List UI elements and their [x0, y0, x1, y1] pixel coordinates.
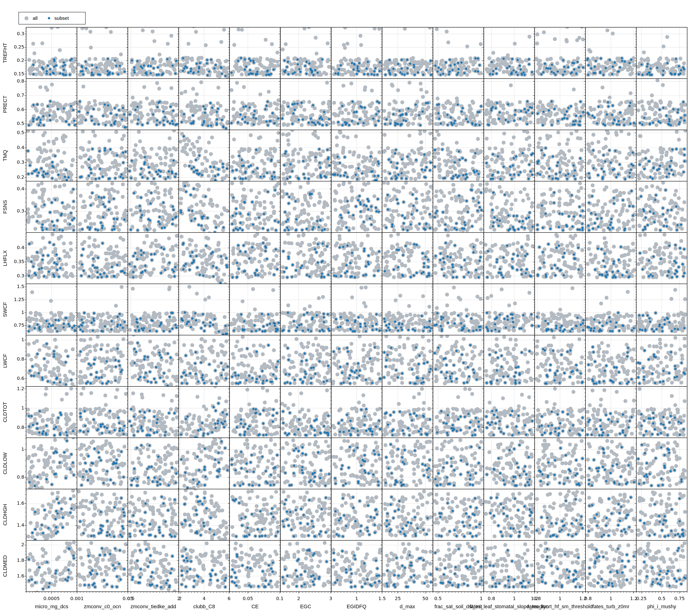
row-label-tmq: TMQ [2, 150, 8, 162]
legend-item-subset: subset [48, 15, 69, 21]
all-marker-icon [25, 16, 28, 20]
col-label-clubb-c8: clubb_C8 [193, 604, 215, 610]
row-label-lwcf: LWCF [2, 354, 8, 368]
row-label-prect: PRECT [2, 95, 8, 113]
row-label-cldtot: CLDTOT [2, 402, 8, 422]
row-label-swcf: SWCF [2, 302, 8, 317]
row-label-cldhgh: CLDHGH [2, 504, 8, 526]
row-label-trefht: TREFHT [2, 43, 8, 63]
col-label-micro-mg-dcs: micro_mg_dcs [35, 604, 68, 610]
col-label-phi-i-mushy: phi_i_mushy [647, 604, 676, 610]
col-label-zmconv-c0-ocn: zmconv_c0_ocn [84, 604, 121, 610]
legend-label-all: all [33, 15, 38, 21]
row-label-fsns: FSNS [2, 200, 8, 214]
col-label-egc: EGC [300, 604, 311, 610]
legend: all subset [18, 12, 86, 25]
subset-marker-icon [48, 17, 50, 20]
figure: Normalised spatial RMSE (annual mean) vs… [0, 0, 700, 615]
row-label-lhflx: LHFLX [2, 250, 8, 266]
col-label-turb-z0mr: fates_turb_z0mr [592, 604, 629, 610]
legend-label-subset: subset [54, 15, 69, 21]
scatter-matrix-canvas [0, 0, 700, 615]
col-label-hf-sm-threshold: fates_mort_hf_sm_threshold [527, 604, 593, 610]
row-label-cldmed: CLDMED [2, 555, 8, 577]
col-label-d-max: d_max [400, 604, 415, 610]
row-label-cldlow: CLDLOW [2, 452, 8, 474]
legend-item-all: all [25, 15, 38, 21]
col-label-zmconv-tiedke-add: zmconv_tiedke_add [130, 604, 176, 610]
col-label-egidfq: EGIDFQ [347, 604, 366, 610]
col-label-ce: CE [251, 604, 259, 610]
